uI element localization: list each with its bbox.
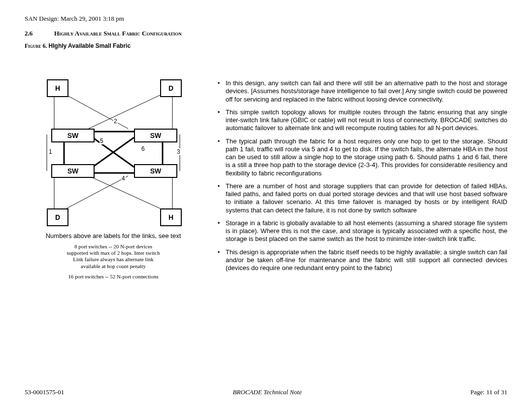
bullet-item: •This design is appropriate when the fab… (212, 248, 507, 273)
node-host-bottom: H (160, 208, 182, 226)
bullet-item: •This simple switch topology allows for … (212, 108, 507, 133)
node-disk-bottom: D (47, 208, 68, 226)
node-switch-bottom-left: SW (51, 164, 95, 178)
section-title: Highly Available Small Fabric Configurat… (54, 30, 182, 37)
diagram-note-line: supported with max of 2 hops. Inter swit… (25, 250, 202, 256)
node-disk-top: D (160, 79, 182, 97)
figure-title: HIghly Available Small Fabric (49, 42, 131, 49)
node-host-top: H (47, 79, 68, 97)
section-heading: 2.6 Highly Available Small Fabric Config… (25, 30, 507, 37)
diagram-note-line: Link failure always has alternate link (25, 256, 202, 263)
diagram-caption-main: Numbers above are labels for the links, … (25, 232, 202, 240)
running-header: SAN Design: March 29, 2001 3:18 pm (25, 15, 507, 23)
bullet-item: •Storage in a fabric is globally availab… (212, 219, 507, 243)
bullet-item: •The typical path through the fabric for… (212, 137, 507, 177)
node-switch-top-right: SW (134, 129, 177, 142)
bullet-text: The typical path through the fabric for … (226, 137, 507, 177)
fabric-diagram: H D SW SW SW SW D H 2 5 6 1 3 4 (39, 79, 187, 227)
bullet-list: •In this design, any switch can fail and… (212, 79, 507, 280)
bullet-item: •In this design, any switch can fail and… (212, 79, 507, 103)
figure-caption-line: Figure 6. HIghly Available Small Fabric (25, 42, 507, 50)
bullet-text: This design is appropriate when the fabr… (226, 248, 507, 273)
footer-title: BROCADE Technical Note (233, 388, 301, 396)
link-label-6: 6 (141, 145, 145, 152)
bullet-text: Storage in a fabric is globally availabl… (226, 219, 507, 243)
section-number: 2.6 (25, 30, 54, 37)
node-switch-top-left: SW (51, 129, 95, 142)
diagram-note-line: 16 port switches -- 52 N-port connection… (25, 274, 202, 280)
link-label-1: 1 (48, 148, 53, 155)
link-label-2: 2 (113, 118, 118, 125)
footer-page: Page: 11 of 31 (470, 388, 507, 396)
diagram-note-line: available at hop count penalty (25, 263, 202, 270)
footer-docnum: 53-0001575-01 (25, 388, 64, 396)
bullet-text: There are a number of host and storage s… (226, 182, 507, 214)
bullet-text: This simple switch topology allows for m… (226, 108, 507, 133)
link-label-5: 5 (100, 137, 104, 144)
node-switch-bottom-right: SW (134, 164, 177, 178)
bullet-item: •There are a number of host and storage … (212, 182, 507, 214)
diagram-note-line: 8 port switches -- 20 N-port devices (25, 243, 202, 250)
figure-label: Figure 6. (25, 42, 47, 49)
link-label-4: 4 (121, 175, 126, 182)
bullet-text: In this design, any switch can fail and … (226, 79, 507, 103)
page-footer: 53-0001575-01 BROCADE Technical Note Pag… (25, 388, 507, 396)
link-label-3: 3 (176, 148, 181, 155)
